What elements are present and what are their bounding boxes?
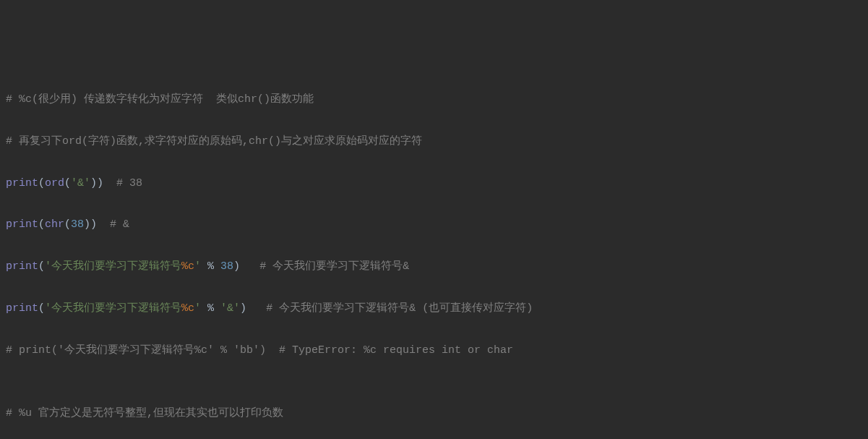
paren: (: [38, 302, 45, 315]
comment: # %c(很少用) 传递数字转化为对应字符 类似chr()函数功能: [6, 93, 314, 106]
paren: (: [64, 177, 71, 189]
paren: (: [38, 260, 45, 273]
number: 38: [71, 218, 84, 231]
comment: # 38: [116, 177, 142, 189]
code-line: print('今天我们要学习下逻辑符号%c' % '&') # 今天我们要学习下…: [6, 299, 862, 320]
number: 38: [220, 260, 233, 273]
code-line: print('今天我们要学习下逻辑符号%c' % 38) # 今天我们要学习下逻…: [6, 257, 862, 278]
code-line: # %c(很少用) 传递数字转化为对应字符 类似chr()函数功能: [6, 90, 862, 111]
paren: )): [84, 218, 110, 231]
builtin-ord: ord: [45, 177, 64, 189]
string: ': [194, 260, 201, 273]
operator: %: [201, 260, 220, 273]
code-line: print(ord('&')) # 38: [6, 174, 862, 195]
code-line: # print('今天我们要学习下逻辑符号%c' % 'bb') # TypeE…: [6, 341, 862, 362]
comment: # 再复习下ord(字符)函数,求字符对应的原始码,chr()与之对应求原始码对…: [6, 135, 422, 148]
string: '今天我们要学习下逻辑符号: [45, 302, 181, 315]
paren: (: [38, 177, 45, 189]
comment: # &: [110, 218, 129, 231]
code-line: print(chr(38)) # &: [6, 215, 862, 236]
builtin-chr: chr: [45, 218, 64, 231]
format-spec: %c: [181, 260, 194, 273]
builtin-print: print: [6, 302, 38, 315]
paren: ): [240, 302, 266, 315]
comment: # 今天我们要学习下逻辑符号& (也可直接传对应字符): [266, 302, 533, 315]
paren: (: [38, 218, 45, 231]
code-line: # 再复习下ord(字符)函数,求字符对应的原始码,chr()与之对应求原始码对…: [6, 132, 862, 153]
string: '&': [71, 177, 90, 189]
string: '今天我们要学习下逻辑符号: [45, 260, 181, 273]
paren: )): [90, 177, 116, 189]
comment: # 今天我们要学习下逻辑符号&: [259, 260, 409, 273]
paren: (: [64, 218, 71, 231]
paren: ): [233, 260, 259, 273]
string: '&': [220, 302, 240, 315]
format-spec: %c: [181, 302, 194, 315]
builtin-print: print: [6, 260, 38, 273]
code-line: # %u 官方定义是无符号整型,但现在其实也可以打印负数: [6, 404, 862, 425]
builtin-print: print: [6, 218, 38, 231]
comment: # %u 官方定义是无符号整型,但现在其实也可以打印负数: [6, 407, 283, 419]
builtin-print: print: [6, 177, 38, 189]
operator: %: [201, 302, 220, 315]
comment: # print('今天我们要学习下逻辑符号%c' % 'bb') # TypeE…: [6, 344, 513, 357]
string: ': [194, 302, 201, 315]
